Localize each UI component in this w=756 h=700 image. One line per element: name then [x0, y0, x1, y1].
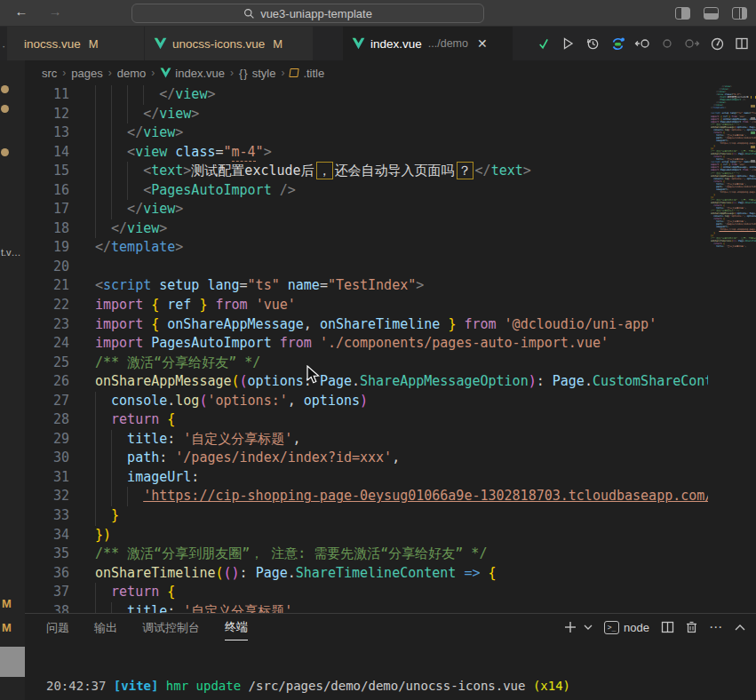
code-line: 30path: '/pages/index/index?id=xxx',: [25, 449, 708, 468]
code-line: 18</view>: [25, 219, 708, 239]
tab-unocss-icons-vue[interactable]: unocss-icons.vue M: [145, 27, 314, 60]
terminal-profile-icon[interactable]: >_ node: [604, 621, 649, 634]
log-source-tag: [vite]: [114, 679, 159, 693]
sidebar-scrollbar-thumb[interactable]: [0, 647, 25, 677]
command-center-search[interactable]: vue3-uniapp-template: [131, 4, 484, 23]
git-modified-badge: M: [2, 621, 12, 634]
code-line: 36onShareTimeline((): Page.ShareTimeline…: [25, 564, 708, 584]
mouse-pointer-icon: [306, 365, 321, 385]
gauge-icon[interactable]: [708, 35, 726, 52]
modified-dot-indicator: [1, 148, 9, 156]
tab-inocss-vue[interactable]: inocss.vue M: [7, 27, 145, 60]
overview-ruler-mark: [751, 146, 755, 148]
tab-index-vue-active[interactable]: index.vue .../demo ✕: [343, 27, 513, 60]
tab-label: unocss-icons.vue: [172, 37, 265, 51]
toggle-panel-icon[interactable]: [704, 7, 719, 20]
code-line: 29title: '自定义分享标题',: [25, 430, 708, 449]
git-modified-badge: M: [2, 597, 12, 610]
tab-terminal[interactable]: 终端: [225, 614, 248, 640]
log-repeat-count: (x14): [533, 679, 570, 693]
back-arrow-icon[interactable]: ←: [12, 4, 30, 19]
code-line: 14<view class="m-4">: [25, 143, 708, 163]
tab-gap: [314, 27, 343, 60]
symbol-class-icon: [290, 68, 299, 77]
overview-ruler-mark: [751, 131, 755, 134]
terminal-profile-label: node: [624, 621, 649, 634]
close-tab-icon[interactable]: ✕: [477, 36, 488, 51]
breadcrumb-item-style[interactable]: style: [252, 67, 276, 80]
minimap[interactable]: </view> </view> </view> <view class="m-4…: [708, 85, 756, 613]
panel-header: 问题 输出 调试控制台 终端 >_ node ⋯: [25, 614, 756, 640]
bottom-panel: 问题 输出 调试控制台 终端 >_ node ⋯: [25, 613, 756, 700]
prev-change-icon[interactable]: [633, 35, 651, 52]
code-line: 35/** 激活“分享到朋友圈”， 注意: 需要先激活“分享给好友” */: [25, 545, 708, 564]
breadcrumb-separator: ›: [230, 67, 234, 79]
code-line: 38title: '自定义分享标题',: [25, 602, 708, 613]
code-line: 16<PagesAutoImport />: [25, 181, 708, 201]
editor-actions: [534, 27, 751, 60]
code-line: 19</template>: [25, 238, 708, 258]
overview-ruler-mark: [751, 117, 755, 120]
code-lines[interactable]: 11</view>12</view>13</view>14<view class…: [25, 85, 708, 613]
tab-label: index.vue: [370, 37, 422, 51]
tab-output[interactable]: 输出: [94, 615, 117, 640]
breadcrumb-item-title[interactable]: .title: [303, 67, 324, 80]
breadcrumb: src › pages › demo › index.vue › {} styl…: [25, 60, 756, 85]
maximize-panel-icon[interactable]: [735, 624, 745, 631]
code-line: 23import { onShareAppMessage, onShareTim…: [25, 315, 708, 335]
breadcrumb-item-demo[interactable]: demo: [117, 67, 147, 80]
collapsed-sidebar[interactable]: t.v… M M: [0, 60, 25, 700]
new-terminal-icon[interactable]: [564, 621, 577, 633]
kill-terminal-icon[interactable]: [686, 621, 697, 633]
command-center-text: vue3-uniapp-template: [260, 7, 372, 20]
breadcrumb-item-src[interactable]: src: [42, 67, 57, 80]
code-line: 17</view>: [25, 200, 708, 219]
overview-ruler-mark: [751, 160, 755, 163]
split-editor-icon[interactable]: [733, 35, 751, 52]
toggle-primary-sidebar-icon[interactable]: [675, 7, 690, 20]
code-line: 33}: [25, 506, 708, 526]
log-file-path: /src/pages/demo/demo/unocss-icons.vue: [249, 679, 533, 693]
code-line: 32'https://cip-shopping-page-0eysug01066…: [25, 487, 708, 506]
file-history-icon[interactable]: [584, 35, 601, 52]
terminal-output[interactable]: 20:42:37 [vite] hmr update /src/pages/de…: [25, 640, 756, 700]
run-file-icon[interactable]: [559, 35, 577, 52]
terminal-line: 20:42:37 [vite] hmr update /src/pages/de…: [46, 678, 756, 694]
log-action: hmr update: [158, 679, 248, 693]
breadcrumb-item-file[interactable]: index.vue: [175, 67, 225, 80]
terminal-dropdown-icon[interactable]: [584, 624, 593, 631]
code-line: 12</view>: [25, 105, 708, 124]
tab-label: inocss.vue: [24, 37, 81, 51]
code-line: 24import PagesAutoImport from './compone…: [25, 334, 708, 354]
terminal-shell-icon: >_: [604, 621, 619, 634]
more-actions-icon[interactable]: ⋯: [709, 619, 723, 635]
code-line: 15<text>测试配置exclude后，还会自动导入页面吗？</text>: [25, 162, 708, 181]
toggle-secondary-sidebar-icon[interactable]: [732, 7, 747, 20]
tab-problems[interactable]: 问题: [46, 615, 69, 640]
code-line: 34}): [25, 526, 708, 545]
breadcrumb-separator: ›: [108, 67, 112, 79]
vue-file-icon: [160, 68, 171, 78]
editor-tab-bar: ·· inocss.vue M unocss-icons.vue M index…: [0, 27, 756, 60]
modified-badge: M: [273, 37, 283, 51]
breadcrumb-separator: ›: [151, 67, 155, 79]
search-icon: [243, 8, 255, 20]
current-change-icon[interactable]: [658, 35, 676, 52]
tab-path-detail: .../demo: [428, 37, 468, 50]
code-line: 37return {: [25, 583, 708, 602]
breadcrumb-item-pages[interactable]: pages: [71, 67, 102, 80]
split-terminal-icon[interactable]: [661, 621, 674, 633]
code-line: 28return {: [25, 410, 708, 430]
vue-file-icon: [154, 37, 167, 50]
vue-check-icon[interactable]: [534, 35, 552, 52]
log-timestamp: 20:42:37: [46, 679, 114, 693]
truncated-filename: t.v…: [1, 247, 21, 258]
forward-arrow-icon[interactable]: →: [46, 4, 64, 19]
hot-reload-icon[interactable]: [609, 35, 626, 52]
tab-debug-console[interactable]: 调试控制台: [142, 615, 200, 640]
code-line: 21<script setup lang="ts" name="TestInde…: [25, 276, 708, 296]
title-bar: ← → vue3-uniapp-template: [0, 0, 756, 27]
code-line: 31imageUrl:: [25, 468, 708, 488]
next-change-icon[interactable]: [683, 35, 701, 52]
code-editor[interactable]: 11</view>12</view>13</view>14<view class…: [25, 85, 756, 613]
